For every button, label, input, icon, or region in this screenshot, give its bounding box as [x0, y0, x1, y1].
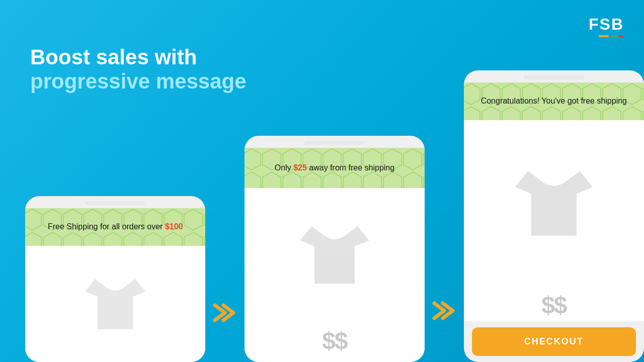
phone-2: Only $25 away from free shipping $$ — [245, 136, 425, 362]
phone-3-banner: Congratulations! You've got free shippin… — [464, 82, 644, 120]
phone-1-notch — [85, 201, 145, 205]
logo-underline — [599, 35, 624, 37]
phone-1-banner-before: Free Shipping for all orders over — [48, 222, 165, 231]
phone-1-banner-highlight: $100 — [165, 222, 183, 231]
phone-3-notch — [524, 75, 584, 79]
arrow-1-dots-top: ... — [221, 293, 229, 299]
arrow-1-svg — [212, 303, 237, 323]
phone-3-banner-text: Congratulations! You've got free shippin… — [471, 96, 637, 107]
arrow-1-dots-bottom: ... — [221, 326, 229, 332]
phone-1-banner: Free Shipping for all orders over $100 — [25, 208, 205, 246]
arrow-2-dots-bottom: ... — [440, 326, 448, 332]
phone-3-tshirt-area — [464, 120, 644, 286]
phone-2-dollar-text: $$ — [322, 327, 347, 354]
phone-1-banner-text: Free Shipping for all orders over $100 — [38, 221, 193, 232]
checkout-button[interactable]: CHECKOUT — [472, 327, 636, 356]
phone-3-tshirt-icon — [509, 164, 599, 242]
phone-1: Free Shipping for all orders over $100 — [25, 196, 205, 362]
arrow-2-dots-top: ... — [440, 291, 448, 297]
logo-bar-2 — [610, 35, 617, 37]
arrow-1-group: ... ... — [205, 293, 244, 362]
arrow-2-svg — [432, 301, 457, 321]
arrow-1-chevron — [212, 303, 237, 323]
phone-3: Congratulations! You've got free shippin… — [464, 70, 644, 362]
logo-bar-3 — [619, 35, 624, 37]
logo-text: FSB — [589, 15, 624, 34]
phone-2-notch — [304, 141, 365, 145]
logo: FSB — [589, 15, 624, 37]
logo-bar-1 — [599, 35, 609, 37]
phone-2-dollar-area: $$ — [245, 322, 425, 362]
phone-2-banner: Only $25 away from free shipping — [245, 148, 425, 188]
phone-2-banner-after: away from free shipping — [307, 163, 394, 172]
arrow-2-chevron — [432, 301, 457, 323]
arrow-2-group: ... ... — [425, 291, 463, 362]
phone-2-banner-text: Only $25 away from free shipping — [265, 162, 405, 173]
phone-2-banner-highlight: $25 — [293, 163, 307, 172]
phone-3-dollar-area: $$ — [464, 286, 644, 321]
phone-1-tshirt-icon — [80, 274, 150, 334]
phone-2-banner-before: Only — [275, 163, 293, 172]
phone-2-tshirt-area — [245, 188, 425, 322]
phones-container: Free Shipping for all orders over $100 .… — [25, 70, 644, 362]
phone-2-tshirt-icon — [294, 220, 375, 290]
phone-1-tshirt-area — [25, 246, 205, 362]
headline-line1: Boost sales with — [30, 45, 247, 69]
phone-3-dollar-text: $$ — [541, 291, 566, 319]
